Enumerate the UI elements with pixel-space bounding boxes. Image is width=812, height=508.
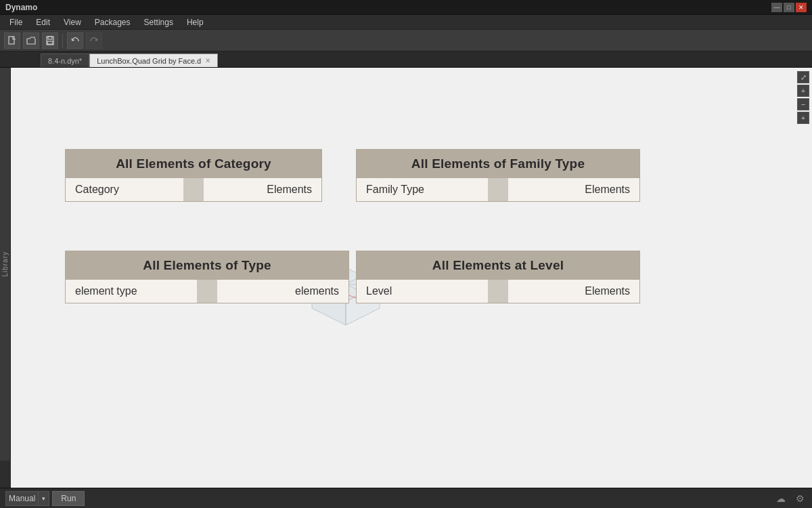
- node-type-ports: element type elements: [66, 280, 348, 303]
- node-family-type-header: All Elements of Family Type: [357, 150, 639, 178]
- svg-rect-2: [48, 37, 52, 39]
- node-family-type-ports: Family Type Elements: [357, 178, 639, 201]
- status-bar: Manual ▾ Run ☁ ⚙: [0, 488, 812, 508]
- zoom-out-button[interactable]: −: [797, 98, 809, 110]
- tab-bar: 8.4-n.dyn* LunchBox.Quad Grid by Face.d …: [0, 51, 812, 68]
- port-connector-type: [197, 280, 217, 303]
- menu-file[interactable]: File: [4, 16, 28, 28]
- svg-rect-0: [9, 37, 14, 44]
- window-controls: — □ ✕: [771, 3, 807, 12]
- active-tab-label: LunchBox.Quad Grid by Face.d: [97, 57, 201, 65]
- left-sidebar: Library: [0, 68, 11, 461]
- node-level-header: All Elements at Level: [357, 251, 639, 280]
- node-family-type-port-right: Elements: [508, 178, 639, 201]
- node-category-ports: Category Elements: [66, 178, 321, 201]
- node-all-elements-category[interactable]: All Elements of Category Category Elemen…: [65, 149, 322, 202]
- status-right-icons: ☁ ⚙: [774, 492, 807, 505]
- sidebar-label: Library: [1, 251, 9, 277]
- node-all-elements-type[interactable]: All Elements of Type element type elemen…: [65, 251, 349, 303]
- run-mode-area: Manual ▾ Run: [5, 491, 85, 506]
- node-level-port-left: Level: [357, 280, 488, 303]
- tab-inactive[interactable]: 8.4-n.dyn*: [41, 54, 89, 67]
- cloud-icon[interactable]: ☁: [774, 492, 788, 505]
- run-mode-selector[interactable]: Manual: [5, 491, 39, 506]
- port-connector-level: [488, 280, 508, 303]
- toolbar-separator: [62, 34, 63, 47]
- node-all-elements-family-type[interactable]: All Elements of Family Type Family Type …: [356, 149, 640, 202]
- zoom-in-button[interactable]: +: [797, 85, 809, 97]
- menu-bar: File Edit View Packages Settings Help: [0, 15, 812, 30]
- undo-button[interactable]: [67, 33, 83, 49]
- zoom-reset-button[interactable]: +: [797, 112, 809, 124]
- menu-help[interactable]: Help: [181, 16, 209, 28]
- fit-view-button[interactable]: ⤢: [797, 71, 809, 83]
- node-type-port-right: elements: [217, 280, 348, 303]
- tab-active[interactable]: LunchBox.Quad Grid by Face.d ✕: [89, 54, 218, 67]
- redo-button[interactable]: [86, 33, 102, 49]
- inactive-tab-label: 8.4-n.dyn*: [48, 57, 82, 65]
- open-button[interactable]: [23, 33, 39, 49]
- tab-close-button[interactable]: ✕: [205, 57, 210, 64]
- svg-rect-3: [47, 41, 53, 44]
- port-connector-family-type: [488, 178, 508, 201]
- maximize-button[interactable]: □: [784, 3, 794, 12]
- node-category-port-left: Category: [66, 178, 183, 201]
- menu-packages[interactable]: Packages: [89, 16, 136, 28]
- menu-edit[interactable]: Edit: [30, 16, 55, 28]
- run-button[interactable]: Run: [52, 491, 85, 506]
- title-bar: Dynamo — □ ✕: [0, 0, 812, 15]
- node-type-port-left: element type: [66, 280, 197, 303]
- settings-status-icon[interactable]: ⚙: [793, 492, 807, 505]
- app-title: Dynamo: [5, 3, 37, 12]
- port-connector-left: [183, 178, 204, 201]
- right-controls: ⤢ + − +: [797, 71, 809, 124]
- new-button[interactable]: [4, 33, 20, 49]
- toolbar: [0, 30, 812, 51]
- node-category-port-right: Elements: [204, 178, 321, 201]
- close-button[interactable]: ✕: [796, 3, 807, 12]
- minimize-button[interactable]: —: [771, 3, 782, 12]
- save-button[interactable]: [42, 33, 58, 49]
- node-type-header: All Elements of Type: [66, 251, 348, 280]
- run-mode-dropdown[interactable]: ▾: [39, 491, 49, 506]
- node-all-elements-level[interactable]: All Elements at Level Level Elements: [356, 251, 640, 303]
- menu-settings[interactable]: Settings: [139, 16, 179, 28]
- node-level-ports: Level Elements: [357, 280, 639, 303]
- node-family-type-port-left: Family Type: [357, 178, 488, 201]
- node-category-header: All Elements of Category: [66, 150, 321, 178]
- menu-view[interactable]: View: [58, 16, 87, 28]
- run-mode-label: Manual: [9, 494, 35, 503]
- node-level-port-right: Elements: [508, 280, 639, 303]
- canvas[interactable]: All Elements of Category Category Elemen…: [11, 68, 812, 488]
